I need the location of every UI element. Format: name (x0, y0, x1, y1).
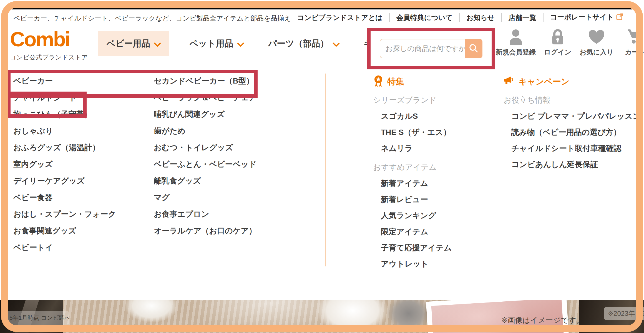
login-label: ログイン (544, 48, 571, 57)
combi-logo[interactable]: Combi コンビ公式ブランドストア (10, 29, 88, 62)
menu-item-oral-care[interactable]: オーラルケア（お口のケア） (154, 223, 257, 239)
menu-item-bottle-goods[interactable]: 哺乳びん関連グッズ (154, 106, 257, 123)
banner-left-badge: 5年1月時点 コンビ調べ (6, 311, 69, 325)
menu-item-pacifier[interactable]: おしゃぶり (13, 123, 116, 139)
register-button[interactable]: 新規会員登録 (496, 28, 536, 57)
favorites-label: お気に入り (580, 48, 613, 57)
chevron-down-icon (333, 39, 340, 49)
nav-item-parts[interactable]: パーツ（部品） (264, 31, 344, 56)
register-label: 新規会員登録 (496, 48, 536, 57)
search-icon (468, 43, 479, 54)
menu-item-limited-items[interactable]: 限定アイテム (373, 224, 498, 240)
user-icon (508, 28, 524, 45)
chevron-down-icon (154, 39, 161, 49)
mega-menu-column-1: ベビーカー チャイルドシート 抱っこひも（子守帯） おしゃぶり おふろグッズ（湯… (13, 73, 116, 256)
menu-item-stroller[interactable]: ベビーカー (13, 73, 116, 89)
menu-item-parenting-support-items[interactable]: 子育て応援アイテム (373, 240, 498, 256)
chevron-down-icon (237, 39, 244, 49)
nav-item-pet-goods-label: ペット用品 (189, 38, 233, 49)
menu-item-baby-carrier[interactable]: 抱っこひも（子守帯） (13, 106, 116, 123)
menu-item-baby-rack-chair[interactable]: ベビーラック＆ベビーチェア (154, 89, 257, 106)
medal-icon (373, 75, 384, 88)
menu-item-meal-goods[interactable]: お食事関連グッズ (13, 223, 116, 239)
mega-menu-column-2: セカンドベビーカー（B型） ベビーラック＆ベビーチェア 哺乳びん関連グッズ 歯が… (154, 73, 257, 239)
cart-icon (627, 28, 643, 45)
link-news[interactable]: お知らせ (460, 13, 502, 22)
site-tagline: ベビーカー、チャイルドシート、ベビーラックなど、コンビ製品全アイテムと部品を品揃… (13, 14, 291, 23)
menu-item-child-seat[interactable]: チャイルドシート (13, 89, 116, 106)
link-corporate-site[interactable]: コーポレートサイト (544, 13, 626, 22)
menu-item-indoor-goods[interactable]: 室内グッズ (13, 156, 116, 173)
menu-item-mug[interactable]: マグ (154, 189, 257, 206)
menu-item-daily-care[interactable]: デイリーケアグッズ (13, 173, 116, 189)
external-link-icon (616, 13, 623, 22)
nav-item-baby-goods-label: ベビー用品 (107, 38, 150, 49)
campaign-header: キャンペーン (504, 73, 640, 90)
main-nav: ベビー用品 ペット用品 パーツ（部品） ギフト (98, 31, 394, 56)
menu-item-baby-toy[interactable]: ベビートイ (13, 239, 116, 256)
menu-item-new-reviews[interactable]: 新着レビュー (373, 191, 498, 208)
recommended-items-label: おすすめアイテム (373, 159, 498, 175)
useful-info-label: お役立ち情報 (504, 92, 640, 108)
cart-button[interactable]: カート (622, 28, 644, 57)
menu-item-chopsticks-spoon-fork[interactable]: おはし・スプーン・フォーク (13, 206, 116, 223)
nav-item-baby-goods[interactable]: ベビー用品 (98, 31, 169, 56)
menu-item-reading-guide[interactable]: 読み物（ベビー用品の選び方） (504, 124, 640, 140)
menu-item-weaning-goods[interactable]: 離乳食グッズ (154, 173, 257, 189)
menu-item-second-stroller[interactable]: セカンドベビーカー（B型） (154, 73, 257, 89)
search-input[interactable] (380, 39, 465, 58)
link-member-benefits[interactable]: 会員特典について (390, 13, 460, 22)
menu-item-the-s[interactable]: THE S（ザ・エス） (373, 124, 498, 140)
favorites-button[interactable]: お気に入り (580, 28, 613, 57)
banner-right-badge: ※2023年～2 (604, 307, 644, 320)
utility-nav: コンビブランドストアとは 会員特典について お知らせ 店舗一覧 コーポレートサイ… (291, 13, 626, 22)
user-menu: 新規会員登録 ログイン お気に入り カート (496, 28, 644, 57)
menu-item-popularity-ranking[interactable]: 人気ランキング (373, 208, 498, 224)
menu-item-new-items[interactable]: 新着アイテム (373, 175, 498, 191)
menu-item-extended-warranty[interactable]: コンビあんしん延長保証 (504, 157, 640, 173)
feature-title: 特集 (388, 76, 404, 87)
banner-image-disclaimer: ※画像はイメージです。 (501, 315, 583, 325)
heart-icon (588, 28, 605, 45)
page-background: ベビーカー、チャイルドシート、ベビーラックなど、コンビ製品全アイテムと部品を品揃… (0, 0, 644, 333)
feature-section: 特集 シリーズブランド スゴカルS THE S（ザ・エス） ネムリラ おすすめア… (373, 73, 498, 272)
menu-item-teether[interactable]: 歯がため (154, 123, 257, 139)
campaign-title: キャンペーン (519, 76, 570, 87)
nav-item-pet-goods[interactable]: ペット用品 (185, 31, 248, 56)
nav-item-parts-label: パーツ（部品） (268, 38, 329, 49)
menu-item-bath-goods[interactable]: おふろグッズ（湯温計） (13, 139, 116, 156)
menu-item-diaper-toilet[interactable]: おむつ・トイレグッズ (154, 139, 257, 156)
megaphone-icon (504, 76, 515, 87)
menu-item-outlet[interactable]: アウトレット (373, 256, 498, 272)
combi-logo-subtitle: コンビ公式ブランドストア (10, 53, 88, 62)
link-about-store[interactable]: コンビブランドストアとは (291, 13, 390, 22)
menu-item-sugocal-s[interactable]: スゴカルS (373, 108, 498, 124)
link-store-list[interactable]: 店舗一覧 (502, 13, 544, 22)
search-button[interactable] (465, 39, 482, 58)
campaign-section: キャンペーン お役立ち情報 コンビ プレママ・プレパパレッスン 読み物（ベビー用… (504, 73, 640, 173)
combi-logo-text: Combi (10, 29, 88, 50)
hero-banner-image: 5年1月時点 コンビ調べ ※画像はイメージです。 ※2023年～2 (0, 300, 644, 333)
top-black-strip (12, 5, 632, 9)
search-annotation-box (367, 28, 495, 69)
menu-item-meal-apron[interactable]: お食事エプロン (154, 206, 257, 223)
menu-item-nemulila[interactable]: ネムリラ (373, 140, 498, 157)
lock-icon (550, 28, 565, 45)
feature-header: 特集 (373, 73, 498, 90)
series-brand-label: シリーズブランド (373, 92, 498, 108)
menu-item-baby-futon-bed[interactable]: ベビーふとん・ベビーベッド (154, 156, 257, 173)
menu-vertical-divider (325, 74, 326, 266)
login-button[interactable]: ログイン (544, 28, 571, 57)
cart-label: カート (625, 48, 644, 57)
menu-item-car-seat-compatibility[interactable]: チャイルドシート取付車種確認 (504, 140, 640, 157)
link-corporate-site-label: コーポレートサイト (550, 13, 614, 21)
menu-item-premama-lesson[interactable]: コンビ プレママ・プレパパレッスン (504, 108, 640, 124)
search-box (380, 39, 482, 58)
menu-item-baby-tableware[interactable]: ベビー食器 (13, 189, 116, 206)
